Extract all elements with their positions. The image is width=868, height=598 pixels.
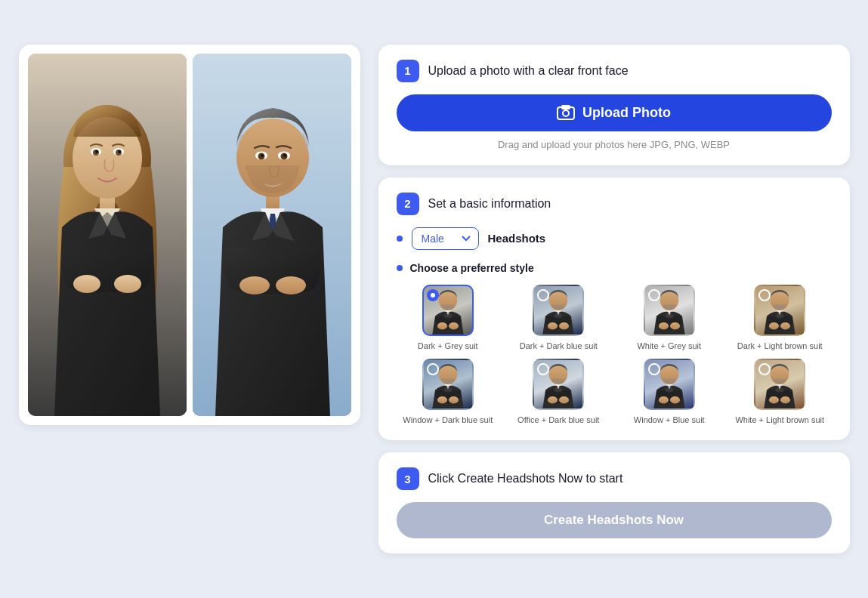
main-container: 1 Upload a photo with a clear front face… — [19, 45, 850, 554]
upload-hint: Drag and upload your photos here JPG, PN… — [397, 139, 832, 150]
step-1-title: Upload a photo with a clear front face — [428, 64, 629, 78]
svg-point-31 — [559, 322, 569, 329]
style-label-dark-grey: Dark + Grey suit — [418, 341, 478, 351]
right-panel: 1 Upload a photo with a clear front face… — [378, 45, 850, 554]
step-3-card: 3 Click Create Headshots Now to start Cr… — [378, 452, 850, 553]
photo-preview-panel — [19, 45, 360, 425]
svg-point-42 — [548, 396, 558, 403]
style-label-window-blue: Window + Blue suit — [634, 415, 705, 425]
svg-point-37 — [780, 322, 790, 329]
svg-point-21 — [239, 276, 270, 294]
step-1-badge: 1 — [397, 60, 419, 82]
style-radio-window-navy — [427, 363, 439, 375]
svg-point-46 — [670, 396, 680, 403]
svg-point-10 — [73, 275, 100, 293]
style-item-white-brown[interactable]: White + Light brown suit — [728, 359, 832, 425]
style-img-wrap-window-blue — [644, 359, 695, 410]
male-photo — [193, 54, 351, 416]
svg-point-45 — [659, 396, 669, 403]
style-radio-dark-grey — [427, 289, 439, 301]
upload-button-label: Upload Photo — [582, 105, 671, 121]
style-item-white-grey[interactable]: White + Grey suit — [618, 285, 721, 351]
svg-point-34 — [670, 322, 680, 329]
svg-point-24 — [563, 110, 569, 116]
svg-point-49 — [780, 396, 790, 403]
female-photo — [28, 54, 187, 416]
style-img-wrap-window-navy — [422, 359, 474, 410]
svg-point-11 — [114, 275, 141, 293]
bullet-style — [397, 265, 403, 271]
step-1-header: 1 Upload a photo with a clear front face — [397, 60, 832, 82]
svg-point-28 — [449, 322, 459, 329]
step-1-card: 1 Upload a photo with a clear front face… — [378, 45, 850, 165]
svg-point-36 — [769, 322, 779, 329]
gender-row: Male Female Headshots — [397, 227, 832, 250]
headshots-label: Headshots — [488, 232, 546, 245]
step-3-header: 3 Click Create Headshots Now to start — [397, 467, 832, 490]
style-item-window-navy[interactable]: Window + Dark blue suit — [397, 359, 500, 425]
svg-point-48 — [769, 396, 779, 403]
create-button-label: Create Headshots Now — [544, 513, 684, 528]
style-label-white-brown: White + Light brown suit — [735, 415, 824, 425]
step-3-badge: 3 — [397, 467, 419, 490]
style-item-dark-navy[interactable]: Dark + Dark blue suit — [507, 285, 610, 351]
style-label-dark-navy: Dark + Dark blue suit — [520, 341, 598, 351]
style-item-window-blue[interactable]: Window + Blue suit — [618, 359, 721, 425]
svg-point-8 — [95, 150, 98, 153]
style-img-wrap-white-brown — [754, 359, 805, 410]
style-section-header: Choose a preferred style — [397, 262, 832, 274]
style-img-wrap-dark-navy — [533, 285, 584, 336]
upload-icon — [557, 105, 575, 120]
step-3-title: Click Create Headshots Now to start — [428, 472, 623, 485]
style-img-wrap-dark-brown — [754, 285, 805, 336]
create-headshots-button[interactable]: Create Headshots Now — [397, 502, 832, 538]
upload-photo-button[interactable]: Upload Photo — [397, 94, 832, 131]
gender-select[interactable]: Male Female — [412, 227, 479, 250]
svg-point-22 — [276, 276, 306, 294]
style-radio-dark-navy — [537, 289, 549, 301]
svg-point-27 — [437, 322, 447, 329]
bullet-gender — [397, 236, 403, 242]
svg-point-40 — [449, 396, 459, 403]
svg-point-33 — [659, 322, 669, 329]
style-grid: Dark + Grey suit — [397, 285, 832, 426]
style-img-wrap-office-navy — [533, 359, 584, 410]
step-2-badge: 2 — [397, 193, 419, 215]
svg-point-20 — [283, 154, 286, 157]
style-label-office-navy: Office + Dark blue suit — [517, 415, 599, 425]
style-radio-dark-brown — [758, 289, 771, 301]
style-item-dark-grey[interactable]: Dark + Grey suit — [397, 285, 500, 351]
step-2-card: 2 Set a basic information Male Female He… — [378, 177, 850, 441]
svg-point-19 — [261, 154, 264, 157]
step-2-header: 2 Set a basic information — [397, 193, 832, 215]
svg-point-9 — [118, 150, 121, 153]
style-label-white-grey: White + Grey suit — [637, 341, 701, 351]
svg-point-30 — [548, 322, 558, 329]
style-label-dark-brown: Dark + Light brown suit — [737, 341, 823, 351]
style-label-window-navy: Window + Dark blue suit — [403, 415, 493, 425]
style-item-office-navy[interactable]: Office + Dark blue suit — [507, 359, 610, 425]
style-img-wrap-dark-grey — [422, 285, 474, 336]
svg-point-39 — [437, 396, 447, 403]
svg-point-43 — [559, 396, 569, 403]
style-item-dark-brown[interactable]: Dark + Light brown suit — [728, 285, 832, 351]
style-section-title: Choose a preferred style — [410, 262, 534, 274]
step-2-title: Set a basic information — [428, 197, 551, 211]
style-img-wrap-white-grey — [644, 285, 695, 336]
style-radio-window-blue — [648, 363, 660, 375]
style-radio-white-grey — [648, 289, 660, 301]
